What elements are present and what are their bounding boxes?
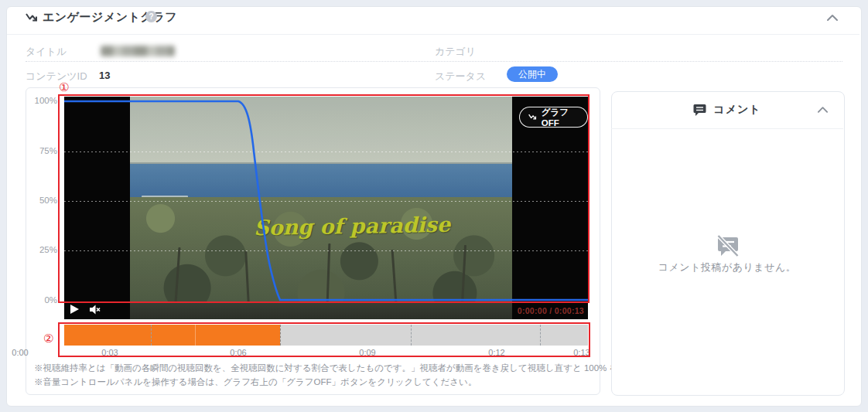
help-icon[interactable]: ? [145, 11, 157, 22]
y-axis-label-100: 100% [26, 96, 57, 105]
timeline-gridline [411, 325, 412, 346]
x-tick-0-06: 0:06 [230, 348, 246, 357]
annotation-number-2: ② [43, 332, 53, 346]
annotation-number-1: ① [59, 80, 69, 94]
watched-boundary [280, 325, 281, 346]
title-value-redacted [101, 46, 175, 56]
x-tick-0-12: 0:12 [488, 348, 504, 357]
title-label: タイトル [26, 45, 67, 59]
timeline-gridline [151, 325, 152, 346]
x-tick-0-03: 0:03 [101, 348, 118, 357]
meta-divider [26, 61, 842, 62]
engagement-line-chart [64, 97, 588, 319]
time-display: 0:00:00 / 0:00:13 [518, 306, 584, 315]
comments-empty-message: コメント投稿がありません。 [611, 260, 843, 274]
collapse-chevron-up-icon[interactable] [826, 14, 839, 22]
watched-segment [64, 325, 280, 346]
retention-timeline-bar[interactable] [64, 325, 588, 346]
comment-icon [693, 104, 706, 117]
play-button[interactable] [70, 305, 79, 314]
x-tick-0-00: 0:00 [12, 348, 28, 357]
footnote-retention: ※視聴維持率とは「動画の各瞬間の視聴回数を、全視聴回数に対する割合で表したもので… [34, 363, 591, 374]
comments-title: コメント [713, 103, 760, 117]
content-id-label: コンテンツID [26, 70, 87, 83]
y-axis-label-50: 50% [26, 196, 57, 205]
y-axis-label-0: 0% [26, 295, 57, 305]
comments-collapse-chevron-icon[interactable] [817, 106, 829, 114]
timeline-gridline [540, 325, 541, 346]
graph-off-button[interactable]: グラフOFF [519, 107, 588, 128]
trend-graph-icon [528, 113, 537, 121]
status-badge: 公開中 [507, 66, 558, 82]
volume-muted-icon[interactable] [89, 304, 101, 315]
no-comments-icon [716, 234, 740, 259]
timeline-separator [195, 325, 196, 346]
footnote-volume: ※音量コントロールパネルを操作する場合は、グラフ右上の「グラフOFF」ボタンをク… [34, 376, 591, 388]
x-tick-0-13: 0:13 [573, 348, 589, 357]
status-label: ステータス [435, 70, 486, 83]
engagement-graph-page: エンゲージメントグラフ ? タイトル カテゴリ コンテンツID 13 ステータス… [0, 0, 868, 412]
category-label: カテゴリ [435, 45, 476, 59]
x-tick-0-09: 0:09 [359, 348, 375, 357]
y-axis-label-25: 25% [26, 245, 57, 254]
content-id-value: 13 [99, 70, 110, 81]
graph-off-label: グラフOFF [542, 107, 579, 128]
video-player[interactable]: Song of paradise グラフOFF 0:00:00 / 0:00:1… [64, 97, 588, 319]
comments-header: コメント [611, 91, 843, 129]
y-axis-label-75: 75% [26, 146, 57, 155]
trend-graph-icon [26, 12, 38, 23]
